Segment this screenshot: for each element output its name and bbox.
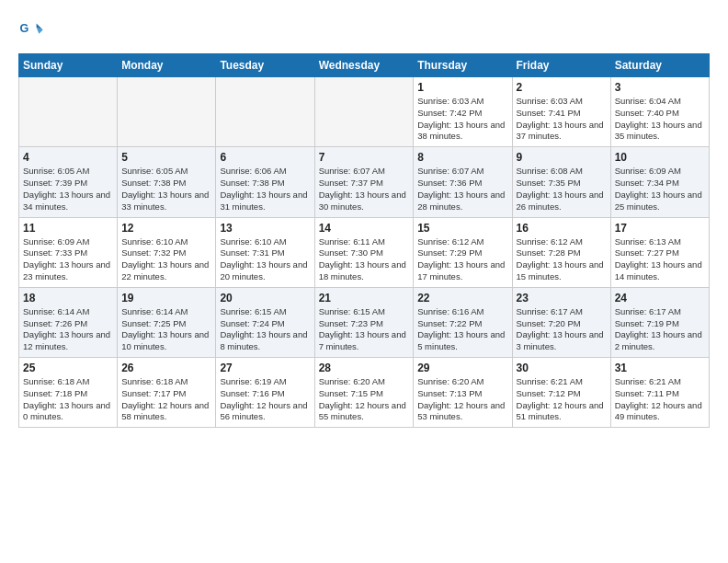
day-cell-25: 25Sunrise: 6:18 AMSunset: 7:18 PMDayligh…: [19, 358, 118, 428]
day-info: Sunrise: 6:07 AMSunset: 7:37 PMDaylight:…: [319, 166, 410, 213]
day-number: 13: [220, 222, 310, 235]
day-info: Sunrise: 6:09 AMSunset: 7:33 PMDaylight:…: [23, 236, 113, 283]
day-info: Sunrise: 6:12 AMSunset: 7:28 PMDaylight:…: [517, 236, 607, 283]
calendar-week-1: 1Sunrise: 6:03 AMSunset: 7:42 PMDaylight…: [19, 77, 710, 147]
day-cell-24: 24Sunrise: 6:17 AMSunset: 7:19 PMDayligh…: [610, 287, 709, 357]
day-number: 19: [121, 292, 211, 304]
day-number: 20: [220, 292, 310, 304]
day-cell-21: 21Sunrise: 6:15 AMSunset: 7:23 PMDayligh…: [314, 287, 414, 357]
day-number: 2: [517, 81, 607, 94]
empty-cell: [216, 77, 314, 147]
day-number: 30: [517, 362, 607, 374]
day-number: 21: [319, 292, 410, 304]
day-cell-29: 29Sunrise: 6:20 AMSunset: 7:13 PMDayligh…: [414, 358, 512, 428]
day-info: Sunrise: 6:10 AMSunset: 7:31 PMDaylight:…: [220, 236, 310, 283]
day-number: 6: [220, 151, 310, 164]
day-info: Sunrise: 6:14 AMSunset: 7:26 PMDaylight:…: [23, 306, 113, 353]
day-cell-3: 3Sunrise: 6:04 AMSunset: 7:40 PMDaylight…: [610, 77, 709, 147]
empty-cell: [314, 77, 414, 147]
day-info: Sunrise: 6:03 AMSunset: 7:42 PMDaylight:…: [417, 96, 507, 143]
day-cell-15: 15Sunrise: 6:12 AMSunset: 7:29 PMDayligh…: [414, 217, 512, 287]
calendar-week-5: 25Sunrise: 6:18 AMSunset: 7:18 PMDayligh…: [19, 358, 710, 428]
day-info: Sunrise: 6:17 AMSunset: 7:19 PMDaylight:…: [615, 306, 705, 353]
empty-cell: [118, 77, 216, 147]
day-info: Sunrise: 6:11 AMSunset: 7:30 PMDaylight:…: [319, 236, 410, 283]
day-number: 16: [517, 222, 607, 235]
day-cell-4: 4Sunrise: 6:05 AMSunset: 7:39 PMDaylight…: [19, 147, 118, 217]
day-number: 24: [615, 292, 705, 304]
weekday-header-row: SundayMondayTuesdayWednesdayThursdayFrid…: [19, 54, 710, 77]
day-cell-26: 26Sunrise: 6:18 AMSunset: 7:17 PMDayligh…: [118, 358, 216, 428]
day-cell-2: 2Sunrise: 6:03 AMSunset: 7:41 PMDaylight…: [512, 77, 610, 147]
day-cell-31: 31Sunrise: 6:21 AMSunset: 7:11 PMDayligh…: [610, 358, 709, 428]
day-number: 28: [319, 362, 410, 374]
calendar-week-3: 11Sunrise: 6:09 AMSunset: 7:33 PMDayligh…: [19, 217, 710, 287]
day-cell-6: 6Sunrise: 6:06 AMSunset: 7:38 PMDaylight…: [216, 147, 314, 217]
day-info: Sunrise: 6:08 AMSunset: 7:35 PMDaylight:…: [517, 166, 607, 213]
day-number: 31: [615, 362, 705, 374]
day-number: 22: [417, 292, 507, 304]
day-info: Sunrise: 6:16 AMSunset: 7:22 PMDaylight:…: [417, 306, 507, 353]
day-info: Sunrise: 6:21 AMSunset: 7:12 PMDaylight:…: [517, 376, 607, 423]
day-cell-17: 17Sunrise: 6:13 AMSunset: 7:27 PMDayligh…: [610, 217, 709, 287]
day-info: Sunrise: 6:15 AMSunset: 7:23 PMDaylight:…: [319, 306, 410, 353]
weekday-header-wednesday: Wednesday: [314, 54, 414, 77]
weekday-header-tuesday: Tuesday: [216, 54, 314, 77]
day-number: 5: [121, 151, 211, 164]
day-info: Sunrise: 6:13 AMSunset: 7:27 PMDaylight:…: [615, 236, 705, 283]
day-cell-11: 11Sunrise: 6:09 AMSunset: 7:33 PMDayligh…: [19, 217, 118, 287]
day-info: Sunrise: 6:09 AMSunset: 7:34 PMDaylight:…: [615, 166, 705, 213]
day-info: Sunrise: 6:12 AMSunset: 7:29 PMDaylight:…: [417, 236, 507, 283]
day-info: Sunrise: 6:18 AMSunset: 7:17 PMDaylight:…: [121, 376, 211, 423]
day-info: Sunrise: 6:21 AMSunset: 7:11 PMDaylight:…: [615, 376, 705, 423]
day-number: 27: [220, 362, 310, 374]
day-number: 14: [319, 222, 410, 235]
day-info: Sunrise: 6:10 AMSunset: 7:32 PMDaylight:…: [121, 236, 211, 283]
day-number: 18: [23, 292, 113, 304]
day-number: 12: [121, 222, 211, 235]
day-info: Sunrise: 6:07 AMSunset: 7:36 PMDaylight:…: [417, 166, 507, 213]
day-number: 1: [417, 81, 507, 94]
day-number: 9: [517, 151, 607, 164]
calendar-week-2: 4Sunrise: 6:05 AMSunset: 7:39 PMDaylight…: [19, 147, 710, 217]
day-number: 3: [615, 81, 705, 94]
weekday-header-saturday: Saturday: [610, 54, 709, 77]
day-number: 10: [615, 151, 705, 164]
day-cell-10: 10Sunrise: 6:09 AMSunset: 7:34 PMDayligh…: [610, 147, 709, 217]
day-info: Sunrise: 6:05 AMSunset: 7:39 PMDaylight:…: [23, 166, 113, 213]
day-cell-20: 20Sunrise: 6:15 AMSunset: 7:24 PMDayligh…: [216, 287, 314, 357]
day-info: Sunrise: 6:06 AMSunset: 7:38 PMDaylight:…: [220, 166, 310, 213]
day-cell-12: 12Sunrise: 6:10 AMSunset: 7:32 PMDayligh…: [118, 217, 216, 287]
weekday-header-thursday: Thursday: [414, 54, 512, 77]
day-info: Sunrise: 6:14 AMSunset: 7:25 PMDaylight:…: [121, 306, 211, 353]
calendar-week-4: 18Sunrise: 6:14 AMSunset: 7:26 PMDayligh…: [19, 287, 710, 357]
day-info: Sunrise: 6:04 AMSunset: 7:40 PMDaylight:…: [615, 96, 705, 143]
day-number: 25: [23, 362, 113, 374]
day-cell-5: 5Sunrise: 6:05 AMSunset: 7:38 PMDaylight…: [118, 147, 216, 217]
day-info: Sunrise: 6:19 AMSunset: 7:16 PMDaylight:…: [220, 376, 310, 423]
logo: G: [18, 18, 46, 44]
day-number: 26: [121, 362, 211, 374]
day-info: Sunrise: 6:03 AMSunset: 7:41 PMDaylight:…: [517, 96, 607, 143]
day-number: 8: [417, 151, 507, 164]
day-cell-14: 14Sunrise: 6:11 AMSunset: 7:30 PMDayligh…: [314, 217, 414, 287]
day-number: 4: [23, 151, 113, 164]
day-cell-8: 8Sunrise: 6:07 AMSunset: 7:36 PMDaylight…: [414, 147, 512, 217]
day-cell-30: 30Sunrise: 6:21 AMSunset: 7:12 PMDayligh…: [512, 358, 610, 428]
weekday-header-friday: Friday: [512, 54, 610, 77]
day-info: Sunrise: 6:17 AMSunset: 7:20 PMDaylight:…: [517, 306, 607, 353]
day-number: 15: [417, 222, 507, 235]
day-cell-7: 7Sunrise: 6:07 AMSunset: 7:37 PMDaylight…: [314, 147, 414, 217]
day-info: Sunrise: 6:15 AMSunset: 7:24 PMDaylight:…: [220, 306, 310, 353]
day-info: Sunrise: 6:20 AMSunset: 7:13 PMDaylight:…: [417, 376, 507, 423]
day-info: Sunrise: 6:20 AMSunset: 7:15 PMDaylight:…: [319, 376, 410, 423]
day-number: 23: [517, 292, 607, 304]
day-cell-19: 19Sunrise: 6:14 AMSunset: 7:25 PMDayligh…: [118, 287, 216, 357]
day-cell-18: 18Sunrise: 6:14 AMSunset: 7:26 PMDayligh…: [19, 287, 118, 357]
day-cell-28: 28Sunrise: 6:20 AMSunset: 7:15 PMDayligh…: [314, 358, 414, 428]
day-cell-16: 16Sunrise: 6:12 AMSunset: 7:28 PMDayligh…: [512, 217, 610, 287]
day-cell-22: 22Sunrise: 6:16 AMSunset: 7:22 PMDayligh…: [414, 287, 512, 357]
weekday-header-monday: Monday: [118, 54, 216, 77]
day-cell-23: 23Sunrise: 6:17 AMSunset: 7:20 PMDayligh…: [512, 287, 610, 357]
day-info: Sunrise: 6:18 AMSunset: 7:18 PMDaylight:…: [23, 376, 113, 423]
